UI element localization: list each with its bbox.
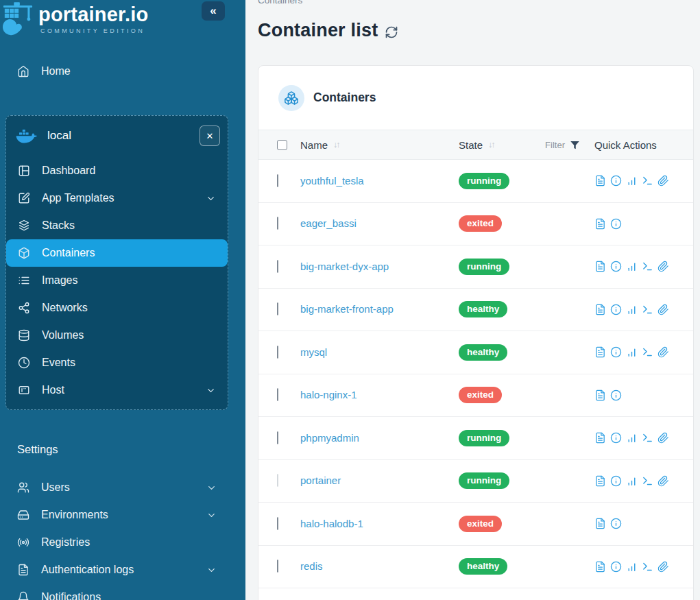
- container-name-link[interactable]: eager_bassi: [300, 217, 357, 229]
- logs-icon[interactable]: [594, 561, 606, 573]
- stats-icon[interactable]: [626, 475, 638, 487]
- row-checkbox[interactable]: [277, 302, 278, 315]
- container-name-link[interactable]: mysql: [300, 346, 327, 358]
- refresh-icon[interactable]: [385, 25, 398, 39]
- users-icon: [17, 481, 29, 494]
- stats-icon[interactable]: [626, 432, 638, 444]
- environment-header[interactable]: local ✕: [6, 116, 228, 154]
- settings-heading: Settings: [17, 443, 58, 456]
- column-header-name[interactable]: Name: [300, 139, 328, 151]
- exec-console-icon[interactable]: [642, 175, 653, 187]
- exec-console-icon[interactable]: [642, 346, 653, 358]
- stats-icon[interactable]: [626, 561, 638, 573]
- table-row: big-market-dyx-app running: [258, 245, 693, 289]
- sidebar-item-label: Notifications: [41, 591, 101, 600]
- select-all-checkbox[interactable]: [277, 140, 287, 150]
- exec-console-icon[interactable]: [642, 432, 653, 444]
- attach-icon[interactable]: [657, 304, 669, 315]
- sidebar-item-label: Users: [41, 481, 70, 494]
- inspect-icon[interactable]: [610, 261, 622, 272]
- sidebar-item-host[interactable]: Host: [6, 376, 228, 404]
- sidebar-item-registries[interactable]: Registries: [0, 529, 245, 556]
- container-name-link[interactable]: phpmyadmin: [300, 432, 359, 444]
- inspect-icon[interactable]: [610, 175, 622, 187]
- sidebar-item-networks[interactable]: Networks: [6, 294, 228, 322]
- row-checkbox[interactable]: [277, 388, 278, 401]
- attach-icon[interactable]: [657, 432, 669, 444]
- environment-close-button[interactable]: ✕: [200, 125, 220, 146]
- stats-icon[interactable]: [626, 346, 638, 358]
- container-name-link[interactable]: redis: [300, 560, 323, 572]
- sidebar-item-images[interactable]: Images: [6, 267, 228, 294]
- container-name-link[interactable]: big-market-dyx-app: [300, 261, 389, 272]
- exec-console-icon[interactable]: [642, 561, 653, 573]
- attach-icon[interactable]: [657, 561, 669, 573]
- row-checkbox[interactable]: [277, 346, 278, 359]
- logs-icon[interactable]: [594, 518, 606, 529]
- sidebar-item-authentication-logs[interactable]: Authentication logs: [0, 556, 245, 584]
- inspect-icon[interactable]: [610, 518, 622, 529]
- logs-icon[interactable]: [594, 261, 606, 272]
- exec-console-icon[interactable]: [642, 475, 653, 487]
- sidebar-item-app-templates[interactable]: App Templates: [6, 184, 228, 212]
- container-name-link[interactable]: portainer: [300, 475, 341, 486]
- stats-icon[interactable]: [626, 175, 638, 187]
- logs-icon[interactable]: [594, 432, 606, 444]
- container-name-link[interactable]: halo-nginx-1: [300, 389, 357, 400]
- sidebar-item-dashboard[interactable]: Dashboard: [6, 157, 228, 184]
- row-checkbox[interactable]: [277, 431, 278, 444]
- edit-icon: [18, 192, 30, 204]
- logs-icon[interactable]: [594, 475, 606, 487]
- sidebar-item-environments[interactable]: Environments: [0, 501, 245, 529]
- table-row: redis healthy: [258, 546, 693, 589]
- inspect-icon[interactable]: [610, 475, 622, 487]
- dashboard-icon: [18, 165, 30, 177]
- exec-console-icon[interactable]: [642, 261, 653, 272]
- sidebar-item-stacks[interactable]: Stacks: [6, 212, 228, 239]
- exec-console-icon[interactable]: [642, 304, 653, 315]
- sidebar-item-home[interactable]: Home: [0, 58, 245, 85]
- sort-icon[interactable]: ↓↑: [333, 140, 339, 149]
- logs-icon[interactable]: [594, 389, 606, 401]
- attach-icon[interactable]: [657, 261, 669, 272]
- collapse-sidebar-button[interactable]: «: [202, 1, 225, 21]
- breadcrumb[interactable]: Containers: [258, 0, 302, 5]
- row-checkbox[interactable]: [277, 174, 278, 187]
- sidebar-item-notifications[interactable]: Notifications: [0, 584, 245, 600]
- inspect-icon[interactable]: [610, 389, 622, 401]
- attach-icon[interactable]: [657, 346, 669, 358]
- logs-icon[interactable]: [594, 304, 606, 315]
- logs-icon[interactable]: [594, 175, 606, 187]
- logs-icon[interactable]: [594, 346, 606, 358]
- row-checkbox[interactable]: [277, 260, 278, 273]
- attach-icon[interactable]: [657, 175, 669, 187]
- stats-icon[interactable]: [626, 304, 638, 315]
- inspect-icon[interactable]: [610, 304, 622, 315]
- row-checkbox[interactable]: [277, 517, 278, 530]
- portainer-logo-icon: [2, 1, 34, 38]
- container-name-link[interactable]: halo-halodb-1: [300, 518, 363, 529]
- column-header-state[interactable]: State: [459, 139, 483, 151]
- brand-edition: COMMUNITY EDITION: [40, 27, 148, 34]
- inspect-icon[interactable]: [610, 432, 622, 444]
- sidebar-item-label: Home: [41, 65, 71, 77]
- sidebar-item-containers[interactable]: Containers: [6, 239, 228, 267]
- boxes-icon: [278, 85, 304, 111]
- inspect-icon[interactable]: [610, 218, 622, 230]
- row-checkbox[interactable]: [277, 217, 278, 230]
- stats-icon[interactable]: [626, 261, 638, 272]
- attach-icon[interactable]: [657, 475, 669, 487]
- clock-icon: [18, 357, 30, 369]
- row-checkbox[interactable]: [277, 560, 278, 573]
- sidebar-item-volumes[interactable]: Volumes: [6, 322, 228, 349]
- container-name-link[interactable]: big-market-front-app: [300, 303, 394, 315]
- sidebar-item-users[interactable]: Users: [0, 474, 245, 501]
- sort-icon[interactable]: ↓↑: [488, 140, 494, 149]
- logs-icon[interactable]: [594, 218, 606, 230]
- inspect-icon[interactable]: [610, 346, 622, 358]
- container-name-link[interactable]: youthful_tesla: [300, 175, 364, 187]
- table-row: mysql healthy: [258, 331, 693, 374]
- inspect-icon[interactable]: [610, 561, 622, 573]
- sidebar-item-events[interactable]: Events: [6, 349, 228, 376]
- state-filter-button[interactable]: Filter: [545, 140, 594, 150]
